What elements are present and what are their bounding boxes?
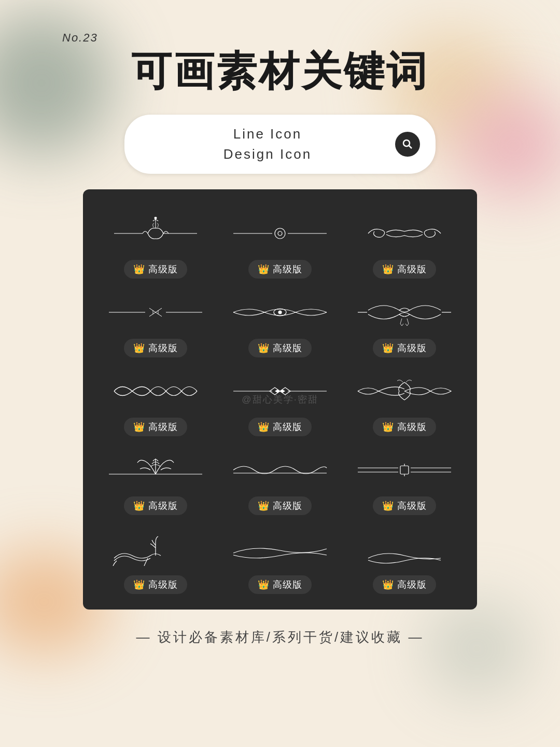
- ornament-8: [223, 373, 337, 409]
- ornament-cell-14: 👑 高级版: [218, 520, 342, 599]
- search-line1: Line Icon: [233, 126, 302, 142]
- crown-2: 👑: [258, 264, 270, 275]
- badge-label-1: 高级版: [148, 263, 178, 275]
- badge-12: 👑 高级版: [373, 496, 436, 515]
- badge-label-3: 高级版: [397, 263, 427, 275]
- ornament-cell-3: 👑 高级版: [342, 205, 467, 284]
- badge-10: 👑 高级版: [124, 496, 187, 515]
- crown-12: 👑: [382, 500, 394, 511]
- ornament-14: [223, 531, 337, 567]
- ornament-cell-1: 👑 高级版: [93, 205, 218, 284]
- badge-2: 👑 高级版: [248, 260, 312, 279]
- badge-1: 👑 高级版: [124, 260, 187, 279]
- crown-15: 👑: [382, 579, 394, 590]
- crown-1: 👑: [133, 264, 145, 275]
- badge-label-12: 高级版: [397, 500, 427, 512]
- badge-label-6: 高级版: [397, 342, 427, 354]
- search-text: Line Icon Design Icon: [140, 124, 395, 164]
- ornament-1: [99, 215, 213, 252]
- badge-label-11: 高级版: [273, 500, 302, 512]
- search-bar[interactable]: Line Icon Design Icon: [124, 115, 436, 174]
- badge-15: 👑 高级版: [373, 575, 436, 594]
- ornament-2: [223, 215, 337, 252]
- badge-label-2: 高级版: [273, 263, 302, 275]
- svg-rect-22: [400, 466, 409, 474]
- search-icon-button[interactable]: [395, 132, 420, 157]
- ornament-cell-8: 👑 高级版: [218, 363, 342, 441]
- svg-point-5: [275, 228, 285, 239]
- ornament-cell-10: 👑 高级版: [93, 441, 218, 520]
- svg-line-1: [409, 146, 412, 149]
- ornament-7: [99, 373, 213, 409]
- badge-6: 👑 高级版: [373, 339, 436, 357]
- ornament-11: [223, 452, 337, 488]
- crown-13: 👑: [133, 579, 145, 590]
- badge-8: 👑 高级版: [248, 418, 312, 436]
- badge-label-4: 高级版: [148, 342, 178, 354]
- ornaments-card: @甜心美学·密甜: [83, 189, 477, 610]
- crown-4: 👑: [133, 342, 145, 354]
- ornament-cell-11: 👑 高级版: [218, 441, 342, 520]
- ornament-3: [347, 215, 461, 252]
- crown-10: 👑: [133, 500, 145, 511]
- svg-point-13: [278, 311, 282, 314]
- svg-point-0: [403, 140, 410, 146]
- badge-label-10: 高级版: [148, 500, 178, 512]
- ornament-10: [99, 452, 213, 488]
- badge-4: 👑 高级版: [124, 339, 187, 357]
- search-icon: [401, 138, 414, 150]
- badge-5: 👑 高级版: [248, 339, 312, 357]
- badge-label-8: 高级版: [273, 421, 302, 433]
- badge-label-14: 高级版: [273, 578, 302, 591]
- crown-7: 👑: [133, 421, 145, 433]
- page-content: No.23 可画素材关键词 Line Icon Design Icon @甜心美…: [0, 0, 560, 747]
- badge-label-13: 高级版: [148, 578, 178, 591]
- ornament-cell-6: 👑 高级版: [342, 284, 467, 363]
- ornament-13: [99, 531, 213, 567]
- badge-13: 👑 高级版: [124, 575, 187, 594]
- svg-point-6: [278, 231, 282, 236]
- crown-14: 👑: [258, 579, 270, 590]
- ornament-12: [347, 452, 461, 488]
- badge-label-5: 高级版: [273, 342, 302, 354]
- ornament-cell-12: 👑 高级版: [342, 441, 467, 520]
- ornament-4: [99, 294, 213, 330]
- badge-label-9: 高级版: [397, 421, 427, 433]
- ornament-9: [347, 373, 461, 409]
- ornament-5: [223, 294, 337, 330]
- search-line2: Design Icon: [223, 146, 312, 162]
- ornament-cell-9: 👑 高级版: [342, 363, 467, 441]
- badge-label-15: 高级版: [397, 578, 427, 591]
- crown-3: 👑: [382, 264, 394, 275]
- ornament-15: [347, 531, 461, 567]
- crown-11: 👑: [258, 500, 270, 511]
- crown-6: 👑: [382, 342, 394, 354]
- ornament-cell-7: 👑 高级版: [93, 363, 218, 441]
- badge-9: 👑 高级版: [373, 418, 436, 436]
- crown-9: 👑: [382, 421, 394, 433]
- badge-11: 👑 高级版: [248, 496, 312, 515]
- crown-8: 👑: [258, 421, 270, 433]
- badge-14: 👑 高级版: [248, 575, 312, 594]
- crown-5: 👑: [258, 342, 270, 354]
- badge-label-7: 高级版: [148, 421, 178, 433]
- badge-3: 👑 高级版: [373, 260, 436, 279]
- footer-text: — 设计必备素材库/系列干货/建议收藏 —: [136, 628, 424, 646]
- ornament-cell-2: 👑 高级版: [218, 205, 342, 284]
- ornament-cell-4: 👑 高级版: [93, 284, 218, 363]
- main-title: 可画素材关键词: [131, 45, 429, 99]
- ornament-cell-15: 👑 高级版: [342, 520, 467, 599]
- ornament-6: [347, 294, 461, 330]
- ornament-cell-13: 👑 高级版: [93, 520, 218, 599]
- number-label: No.23: [62, 31, 98, 45]
- badge-7: 👑 高级版: [124, 418, 187, 436]
- ornament-cell-5: 👑 高级版: [218, 284, 342, 363]
